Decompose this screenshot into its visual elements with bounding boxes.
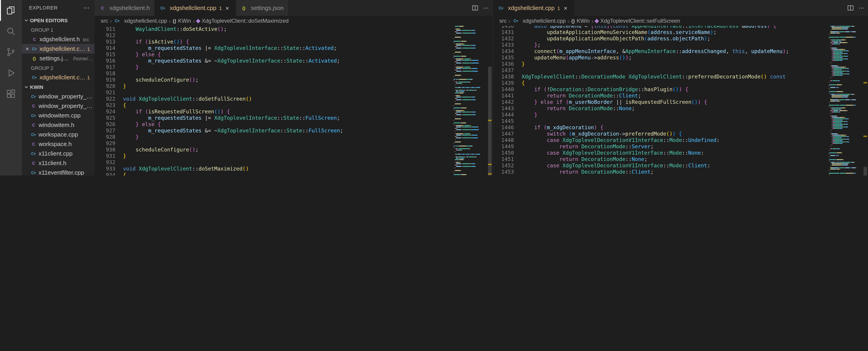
- file-name: settings.json: [39, 55, 70, 62]
- code-line: 1444 }: [493, 111, 828, 118]
- folder-section-header[interactable]: KWIN: [22, 82, 94, 92]
- open-editor-item[interactable]: {}settings.json/home/vl...: [22, 54, 94, 63]
- minimap-line: [829, 147, 863, 148]
- cpp-file-icon: C+: [30, 132, 37, 137]
- code-editor[interactable]: 1430 auto updateMenu = [this](const AppM…: [493, 26, 868, 176]
- code-line: 1441 return DecorationMode::Client;: [493, 93, 828, 99]
- code-line: 920}: [94, 83, 453, 89]
- minimap-line: [454, 79, 487, 80]
- activity-item-extensions[interactable]: [0, 83, 22, 104]
- minimap-line: [454, 111, 487, 112]
- minimap-line: [829, 43, 863, 44]
- open-editor-item[interactable]: ×C+xdgshellclient.cp...1: [22, 44, 94, 54]
- breadcrumb-item[interactable]: XdgToplevelClient::doSetMaximized: [196, 18, 288, 24]
- tabs: C+xdgshellclient.cpp1×: [493, 0, 574, 16]
- split-editor-icon[interactable]: [847, 4, 854, 11]
- file-item[interactable]: Cx11client.h: [22, 158, 94, 168]
- line-number: 1438: [493, 73, 522, 80]
- code-line: 1449 return DecorationMode::Server;: [493, 143, 828, 150]
- breadcrumb-item[interactable]: src: [499, 18, 507, 24]
- line-number: 1442: [493, 99, 522, 105]
- minimap-line: [829, 79, 863, 80]
- minimap-line: [454, 87, 487, 88]
- json-file-icon: {}: [31, 56, 38, 61]
- minimap-line: [829, 61, 863, 62]
- code-text: }: [522, 111, 828, 118]
- close-icon[interactable]: ×: [24, 45, 31, 52]
- minimap-line: [454, 148, 487, 149]
- code-text: [522, 118, 828, 124]
- tab-settings.json[interactable]: {}settings.json: [236, 0, 289, 16]
- code-text: return DecorationMode::Client;: [522, 169, 828, 175]
- file-name: x11client.h: [39, 160, 66, 167]
- code-line: 911 WaylandClient::doSetActive();: [94, 26, 453, 32]
- code-line: 929: [94, 140, 453, 146]
- open-editor-item[interactable]: C+xdgshellclient.cp...1: [22, 73, 94, 82]
- minimap[interactable]: [829, 26, 863, 176]
- open-editors-section-header[interactable]: OPEN EDITORS: [22, 15, 94, 25]
- h-file-icon: C: [30, 161, 37, 165]
- line-number: 1445: [493, 118, 522, 124]
- minimap-line: [454, 143, 487, 144]
- minimap-line: [829, 141, 863, 142]
- minimap-line: [829, 103, 863, 104]
- activity-item-search[interactable]: [0, 21, 22, 42]
- minimap-line: [454, 76, 487, 77]
- code-editor[interactable]: 911 WaylandClient::doSetActive();912913 …: [94, 26, 493, 176]
- tab-xdgshellclient.cpp[interactable]: C+xdgshellclient.cpp1×: [155, 0, 236, 16]
- breadcrumb-item[interactable]: C+xdgshellclient.cpp: [512, 18, 566, 24]
- minimap-line: [829, 154, 863, 155]
- workbench: EXPLORER ⋯ OPEN EDITORS GROUP 1Cxdgshell…: [0, 0, 868, 176]
- tab-xdgshellclient.h[interactable]: Cxdgshellclient.h: [94, 0, 155, 16]
- file-item[interactable]: C+windowitem.cpp: [22, 111, 94, 120]
- minimap-line: [829, 170, 863, 171]
- breadcrumb-item[interactable]: src: [101, 18, 108, 24]
- tab-xdgshellclient.cpp[interactable]: C+xdgshellclient.cpp1×: [493, 0, 574, 16]
- line-number: 930: [94, 146, 123, 153]
- minimap-line: [829, 136, 863, 137]
- breadcrumb-item[interactable]: {}KWin: [173, 18, 191, 24]
- minimap-line: [829, 165, 863, 166]
- code-text: } else {: [123, 121, 453, 128]
- minimap-line: [829, 159, 863, 160]
- minimap-line: [454, 114, 487, 115]
- file-item[interactable]: C+workspace.cpp: [22, 130, 94, 139]
- minimap-line: [829, 133, 863, 134]
- open-editor-item[interactable]: Cxdgshellclient.hsrc: [22, 34, 94, 44]
- line-number: 1452: [493, 162, 522, 169]
- breadcrumb-item[interactable]: {}KWin: [571, 18, 590, 24]
- vertical-scrollbar[interactable]: [487, 26, 493, 176]
- scrollbar-thumb[interactable]: [864, 167, 867, 176]
- minimap-line: [454, 57, 487, 58]
- file-item[interactable]: C+x11client.cpp: [22, 149, 94, 158]
- tab-label: xdgshellclient.h: [110, 4, 150, 11]
- breadcrumb-item[interactable]: XdgToplevelClient::setFullScreen: [595, 18, 680, 24]
- split-editor-icon[interactable]: [472, 4, 478, 11]
- cpp-file-icon: C+: [31, 46, 38, 51]
- activity-item-explorer[interactable]: [0, 0, 22, 21]
- file-item[interactable]: Cworkspace.h: [22, 139, 94, 149]
- overview-ruler-mark: [488, 120, 492, 121]
- file-item[interactable]: C+x11eventfilter.cpp: [22, 168, 94, 176]
- file-item[interactable]: Cwindow_property_notify_x...: [22, 101, 94, 111]
- tab-close-icon[interactable]: ×: [562, 4, 569, 11]
- file-item[interactable]: Cwindowitem.h: [22, 120, 94, 130]
- more-actions-icon[interactable]: ⋯: [483, 4, 489, 11]
- code-line: 1438XdgToplevelClient::DecorationMode Xd…: [493, 73, 828, 80]
- code-text: }: [123, 64, 453, 70]
- minimap[interactable]: [454, 26, 487, 176]
- code-text: } else if (m_userNoBorder || isRequested…: [522, 99, 828, 105]
- tab-close-icon[interactable]: ×: [224, 4, 231, 11]
- activity-item-source-control[interactable]: [0, 42, 22, 63]
- more-actions-icon[interactable]: ⋯: [83, 4, 90, 11]
- minimap-line: [829, 27, 863, 28]
- vertical-scrollbar[interactable]: [863, 26, 868, 176]
- line-number: 932: [94, 159, 123, 166]
- minimap-line: [454, 161, 487, 162]
- activity-item-run-debug[interactable]: [0, 63, 22, 83]
- more-actions-icon[interactable]: ⋯: [859, 4, 864, 11]
- code-line: 931}: [94, 153, 453, 159]
- tab-problem-badge: 1: [557, 5, 560, 11]
- file-item[interactable]: C+window_property_notify_x...: [22, 92, 94, 101]
- breadcrumb-item[interactable]: C+xdgshellclient.cpp: [114, 18, 167, 24]
